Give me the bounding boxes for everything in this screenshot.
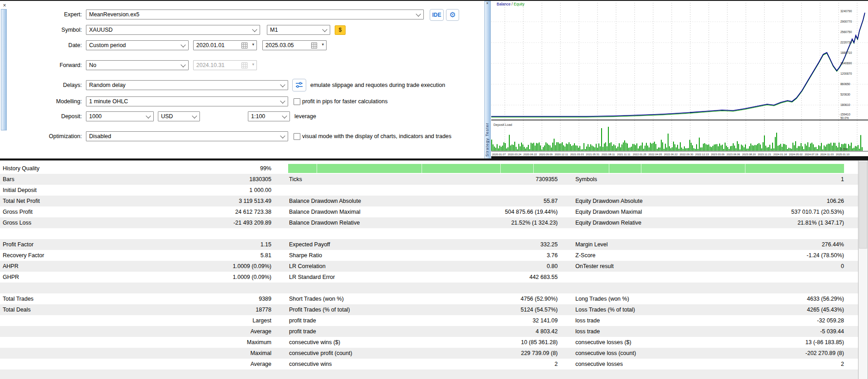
symbol-row: Symbol: XAUUSD M1 $ [0, 25, 484, 35]
cell-value: 4756 (52.90%) [460, 293, 558, 304]
optimization-label: Optimization: [0, 131, 82, 141]
date-to-field[interactable]: 2025.03.05 ▾ [262, 40, 327, 50]
delays-select[interactable]: Random delay [86, 80, 288, 90]
cell-label: AHPR [3, 261, 175, 272]
history-quality-bar [288, 164, 844, 173]
svg-text:2023.06.06: 2023.06.06 [726, 153, 740, 156]
forward-row: Forward: No 2024.10.31 ▾ [0, 60, 484, 70]
chart-close-icon[interactable]: × [485, 1, 490, 5]
svg-text:2023.11.21: 2023.11.21 [758, 153, 771, 156]
svg-text:2024.11.03: 2024.11.03 [820, 153, 834, 156]
currency-select[interactable]: USD [158, 111, 200, 121]
cell-label: profit trade [289, 326, 460, 337]
dollar-icon: $ [339, 27, 342, 33]
cell-label: profit trade [289, 315, 460, 326]
deposit-value: 1000 [89, 112, 144, 121]
svg-text:2021.11.11: 2021.11.11 [617, 153, 631, 156]
forward-select[interactable]: No [86, 60, 189, 70]
forward-value: No [89, 61, 179, 70]
chevron-down-icon [180, 42, 185, 47]
cell-value: 1.0009 (0.09%) [175, 261, 271, 272]
cell-value: 21.52% (1 324.23) [460, 217, 558, 228]
chevron-down-icon [416, 11, 421, 16]
cell-label: Loss Trades (% of total) [575, 304, 747, 315]
modelling-select[interactable]: 1 minute OHLC [86, 96, 288, 106]
table-row: Profit Factor1.15Expected Payoff332.25Ma… [0, 239, 858, 250]
cell-value: 4265 (45.43%) [748, 304, 844, 315]
chevron-down-icon [282, 113, 287, 118]
deposit-load-label: Deposit Load [493, 123, 512, 127]
cell-label: Expected Payoff [289, 239, 460, 250]
cell-value: 442 683.55 [460, 272, 558, 283]
cell-value: 332.25 [460, 239, 558, 250]
cell-label: Gross Profit [3, 206, 175, 217]
svg-text:2020.09.09: 2020.09.09 [539, 153, 553, 156]
table-scrollbar[interactable] [858, 161, 868, 379]
cell-value: -32 059.28 [748, 315, 844, 326]
history-bar-divider [609, 164, 609, 173]
cell-value: 504 875.66 (19.44%) [460, 206, 558, 217]
close-icon[interactable]: × [1, 2, 8, 9]
date-mode-select[interactable]: Custom period [86, 40, 189, 50]
profit-in-pips-checkbox[interactable] [294, 98, 300, 105]
svg-text:2022.04.05: 2022.04.05 [648, 153, 662, 156]
visual-mode-checkbox[interactable] [294, 133, 300, 140]
ide-label: IDE [432, 12, 441, 18]
cell-label: consecutive wins [289, 359, 460, 369]
deposit-select[interactable]: 1000 [86, 111, 154, 121]
timeframe-select[interactable]: M1 [267, 25, 330, 35]
strategy-tester-caption: Strategy Tester [485, 68, 489, 157]
modelling-value: 1 minute OHLC [89, 97, 279, 106]
history-bar-divider [500, 164, 501, 173]
date-row: Date: Custom period 2020.01.01 ▾ 2025.03… [0, 40, 484, 50]
leverage-value: 1:100 [251, 112, 280, 121]
date-from-field[interactable]: 2020.01.01 ▾ [193, 40, 257, 50]
forward-label: Forward: [0, 60, 82, 70]
cell-value: Largest [175, 315, 271, 326]
cell-label: Z-Score [575, 250, 747, 261]
scrollbar-thumb[interactable] [859, 162, 867, 249]
settings-gear-button[interactable]: ⚙ [446, 9, 459, 21]
symbol-select[interactable]: XAUUSD [86, 25, 260, 35]
slippage-button[interactable] [292, 79, 306, 91]
cell-value: 2 [748, 359, 844, 369]
cell-value: 5.81 [175, 250, 271, 261]
cell-label: Bars [3, 174, 175, 185]
sliders-icon [295, 82, 303, 88]
cell-label: Balance Drawdown Maximal [289, 206, 460, 217]
gear-icon: ⚙ [449, 11, 455, 19]
cell-label: Initial Deposit [3, 185, 175, 196]
symbol-money-button[interactable]: $ [335, 25, 346, 35]
calendar-arrow-icon: ▾ [252, 62, 254, 67]
chevron-down-icon [180, 62, 185, 67]
cell-label: Ticks [289, 174, 460, 185]
ide-button[interactable]: IDE [430, 9, 444, 21]
svg-text:1880710: 1880710 [840, 51, 852, 54]
legend-balance: Balance [497, 2, 511, 6]
cell-label: Balance Drawdown Relative [289, 217, 460, 228]
cell-value: 1.0009 (0.09%) [175, 272, 271, 283]
table-row: Bars1830305Ticks7309355Symbols1 [0, 174, 858, 185]
cell-value: 537 010.71 (20.53%) [748, 206, 844, 217]
calendar-icon [311, 43, 317, 48]
cell-value: -5 039.44 [748, 326, 844, 337]
date-mode-value: Custom period [89, 41, 179, 50]
optimization-select[interactable]: Disabled [86, 131, 288, 141]
svg-text:1540690: 1540690 [840, 62, 852, 65]
x-axis-labels: 2020.01.072020.03.242020.06.222020.09.09… [492, 153, 850, 156]
table-row [0, 369, 858, 379]
balance-equity-chart[interactable]: 3240790290077025607502220730188071015406… [491, 1, 868, 158]
settings-panel: × Expert: MeanReversion.ex5 IDE ⚙ Symbol… [0, 1, 484, 158]
cell-label: consecutive losses ($) [575, 337, 747, 348]
leverage-select[interactable]: 1:100 [248, 111, 290, 121]
cell-value: 32 141.09 [460, 315, 558, 326]
table-row [0, 228, 858, 239]
date-label: Date: [0, 40, 82, 50]
cell-label: GHPR [3, 272, 175, 283]
history-bar-divider [422, 164, 422, 173]
legend-equity: Equity [514, 2, 525, 6]
delays-label: Delays: [0, 80, 82, 90]
cell-value: 4633 (56.29%) [748, 293, 844, 304]
expert-select[interactable]: MeanReversion.ex5 [86, 10, 424, 19]
cell-value: 1830305 [175, 174, 271, 185]
